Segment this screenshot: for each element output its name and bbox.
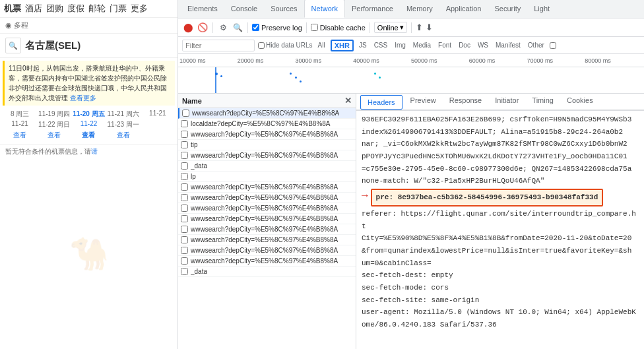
row-checkbox-1[interactable] (182, 110, 189, 117)
hide-data-urls-text: Hide data URLs (266, 42, 313, 49)
row-checkbox-8[interactable] (181, 183, 188, 191)
search-icon-box: 🔍 (5, 38, 21, 53)
notice-more-link[interactable]: 查看更多 (70, 94, 96, 102)
row-checkbox-2[interactable] (181, 120, 188, 127)
search-button[interactable]: 🔍 (232, 22, 243, 34)
filter-css-btn[interactable]: CSS (372, 41, 390, 49)
row-checkbox-13[interactable] (181, 236, 188, 243)
pre-line-highlighted: pre: 8e937bea-c5b362-58454996-36975493-b… (371, 189, 604, 206)
row-checkbox-6[interactable] (181, 162, 188, 170)
extra-filter-checkbox[interactable] (550, 42, 556, 49)
action-view-3[interactable]: 查看 (71, 131, 106, 140)
nav-jiudian[interactable]: 酒店 (25, 3, 42, 15)
no-result-link[interactable]: 请 (91, 148, 98, 155)
request-row-6[interactable]: _data (178, 161, 356, 172)
tl-label-7: 70000 ms (527, 57, 585, 64)
request-name-12: wwwsearch?depCity=%E5%8C%97%E4%B8%8A (191, 226, 338, 233)
preserve-log-checkbox[interactable] (252, 24, 259, 31)
request-row-8[interactable]: wwwsearch?depCity=%E5%8C%97%E4%B8%8A (178, 182, 356, 193)
row-checkbox-3[interactable] (181, 131, 188, 138)
request-row-14[interactable]: wwwsearch?depCity=%E5%8C%97%E4%B8%8A (178, 245, 356, 256)
request-row-7[interactable]: lp (178, 172, 356, 182)
tab-performance[interactable]: Performance (345, 0, 400, 18)
tab-elements[interactable]: Elements (181, 0, 224, 18)
preserve-log-label[interactable]: Preserve log (252, 24, 302, 32)
hide-data-urls-label[interactable]: Hide data URLs (258, 42, 313, 49)
request-row-9[interactable]: wwwsearch?depCity=%E5%8C%97%E4%B8%8A (178, 193, 356, 203)
details-tabs: Headers Preview Response Initiator Timin… (356, 94, 644, 111)
header-line-ua2: ome/86.0.4240.183 Safari/537.36 (362, 319, 639, 331)
action-view-1[interactable]: 查看 (3, 131, 37, 140)
filter-js-btn[interactable]: JS (357, 41, 369, 49)
row-checkbox-15[interactable] (181, 257, 188, 265)
record-button[interactable]: ⬤ (182, 22, 194, 34)
nav-jipiao[interactable]: 机票 (4, 3, 21, 15)
request-row-3[interactable]: wwwsearch?depCity=%E5%8C%97%E4%B8%8A (178, 129, 356, 140)
row-checkbox-14[interactable] (181, 247, 188, 254)
nav-dujia[interactable]: 度假 (67, 3, 84, 15)
tab-application[interactable]: Application (439, 0, 488, 18)
filter-doc-btn[interactable]: Doc (457, 41, 472, 49)
action-view-4[interactable]: 查看 (106, 131, 141, 140)
filter-other-btn[interactable]: Other (526, 41, 546, 49)
row-checkbox-4[interactable] (181, 141, 188, 148)
export-button[interactable]: ⬇ (426, 22, 433, 32)
online-selector[interactable]: Online ▾ (374, 22, 407, 33)
headers-content: 936EFC3029F611EBA025FA163E26B699; csrfTo… (356, 111, 644, 349)
request-row-10[interactable]: wwwsearch?depCity=%E5%8C%97%E4%B8%8A (178, 203, 356, 214)
filter-xhr-btn[interactable]: XHR (331, 40, 354, 51)
filter-toggle-button[interactable]: ⚙ (217, 22, 229, 34)
tab-cookies[interactable]: Cookies (560, 94, 600, 111)
disable-cache-label[interactable]: Disable cache (311, 24, 366, 32)
request-row-11[interactable]: wwwsearch?depCity=%E5%8C%97%E4%B8%8A (178, 214, 356, 224)
filter-img-btn[interactable]: Img (393, 41, 408, 49)
nav-menpiao[interactable]: 门票 (110, 3, 127, 15)
disable-cache-checkbox[interactable] (311, 24, 318, 31)
request-row-16[interactable]: _data (178, 267, 356, 277)
tab-initiator[interactable]: Initiator (488, 94, 525, 111)
request-row-15[interactable]: wwwsearch?depCity=%E5%8C%97%E4%B8%8A (178, 256, 356, 267)
tab-headers[interactable]: Headers (360, 95, 402, 110)
request-row-12[interactable]: wwwsearch?depCity=%E5%8C%97%E4%B8%8A (178, 224, 356, 235)
no-result-text: 暂无符合条件的机票信息，请请 (0, 144, 177, 159)
nav-youlun[interactable]: 邮轮 (88, 3, 106, 15)
row-checkbox-10[interactable] (181, 205, 188, 212)
request-row-4[interactable]: tip (178, 140, 356, 150)
nav-tuangou[interactable]: 团购 (46, 3, 63, 15)
close-icon[interactable]: ✕ (344, 96, 352, 106)
row-checkbox-16[interactable] (181, 268, 188, 275)
tab-lighthouse[interactable]: Light (527, 0, 556, 18)
tab-security[interactable]: Security (488, 0, 527, 18)
filter-all-btn[interactable]: All (316, 41, 327, 49)
tab-console[interactable]: Console (224, 0, 264, 18)
header-line-sec-dest: sec-fetch-dest: empty (362, 269, 639, 282)
tab-timing[interactable]: Timing (525, 94, 560, 111)
action-view-2[interactable]: 查看 (37, 131, 71, 140)
tab-network[interactable]: Network (304, 0, 345, 18)
filter-input[interactable] (182, 40, 255, 51)
tab-preview[interactable]: Preview (404, 94, 443, 111)
nav-more[interactable]: 更多 (131, 3, 148, 15)
import-button[interactable]: ⬆ (416, 22, 423, 32)
hide-data-urls-checkbox[interactable] (258, 42, 265, 49)
red-arrow-icon: → (362, 187, 368, 205)
request-row-5[interactable]: wwwsearch?depCity=%E5%8C%97%E4%B8%8A (178, 150, 356, 161)
filter-media-btn[interactable]: Media (411, 41, 433, 49)
tab-response[interactable]: Response (443, 94, 489, 111)
row-checkbox-11[interactable] (181, 215, 188, 222)
request-row-selected[interactable]: wwwsearch?depCity=%E5%8C%97%E4%B8%8A (178, 108, 356, 119)
row-checkbox-5[interactable] (181, 152, 188, 159)
filter-font-btn[interactable]: Font (436, 41, 453, 49)
filter-manifest-btn[interactable]: Manifest (494, 41, 523, 49)
tab-memory[interactable]: Memory (400, 0, 439, 18)
row-checkbox-7[interactable] (181, 173, 188, 180)
row-checkbox-12[interactable] (181, 226, 188, 233)
request-name-13: wwwsearch?depCity=%E5%8C%97%E4%B8%8A (191, 236, 338, 243)
tab-sources[interactable]: Sources (264, 0, 304, 18)
request-row-2[interactable]: localdate?depCity=%E5%8C%97%E4%B8%8A (178, 119, 356, 129)
row-checkbox-9[interactable] (181, 194, 188, 201)
tl-label-8: 80000 ms (585, 57, 643, 64)
filter-ws-btn[interactable]: WS (476, 41, 490, 49)
request-row-13[interactable]: wwwsearch?depCity=%E5%8C%97%E4%B8%8A (178, 235, 356, 245)
clear-button[interactable]: 🚫 (197, 22, 209, 34)
